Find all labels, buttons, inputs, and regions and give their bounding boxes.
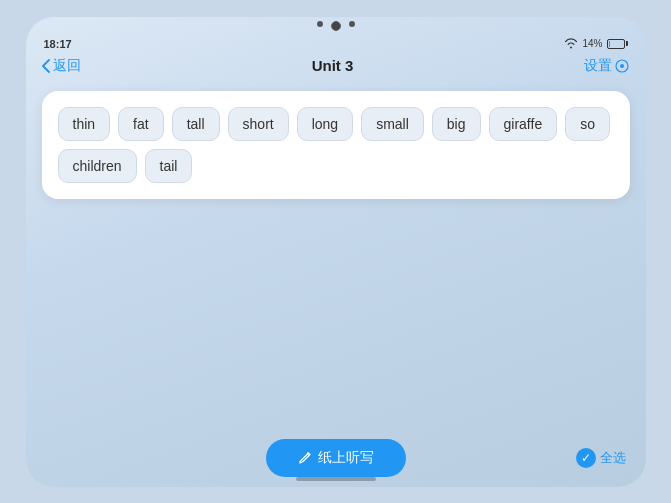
word-chip-tall[interactable]: tall (172, 107, 220, 141)
battery-icon (607, 39, 628, 49)
word-chip-children[interactable]: children (58, 149, 137, 183)
word-chip-thin[interactable]: thin (58, 107, 111, 141)
top-notch (26, 17, 646, 31)
word-chip-short[interactable]: short (228, 107, 289, 141)
wifi-icon (564, 37, 578, 51)
word-chip-tail[interactable]: tail (145, 149, 193, 183)
word-chip-long[interactable]: long (297, 107, 353, 141)
back-button[interactable]: 返回 (42, 57, 81, 75)
home-indicator (26, 477, 646, 487)
write-button[interactable]: 纸上听写 (266, 439, 406, 477)
svg-point-1 (620, 64, 624, 68)
camera-lens (331, 21, 341, 31)
camera-dot (317, 21, 323, 27)
content-area: thin fat tall short long small big giraf… (26, 83, 646, 282)
word-chip-big[interactable]: big (432, 107, 481, 141)
bottom-bar: 纸上听写 ✓ 全选 (26, 439, 646, 477)
settings-label: 设置 (584, 57, 612, 75)
word-chip-fat[interactable]: fat (118, 107, 164, 141)
write-label: 纸上听写 (318, 449, 374, 467)
select-all-button[interactable]: ✓ 全选 (576, 448, 626, 468)
camera-dot-2 (349, 21, 355, 27)
select-all-label: 全选 (600, 449, 626, 467)
nav-title: Unit 3 (312, 57, 354, 74)
word-card-container: thin fat tall short long small big giraf… (42, 91, 630, 199)
back-label: 返回 (53, 57, 81, 75)
word-chip-giraffe[interactable]: giraffe (489, 107, 558, 141)
settings-button[interactable]: 设置 (584, 57, 629, 75)
status-bar: 18:17 14% (26, 31, 646, 53)
nav-bar: 返回 Unit 3 设置 (26, 53, 646, 83)
status-time: 18:17 (44, 38, 72, 50)
home-bar (296, 477, 376, 481)
word-row-1: thin fat tall short long small big giraf… (58, 107, 614, 141)
word-chip-small[interactable]: small (361, 107, 424, 141)
select-all-check-icon: ✓ (576, 448, 596, 468)
word-row-2: children tail (58, 149, 614, 183)
status-right-icons: 14% (564, 37, 627, 51)
battery-label: 14% (582, 38, 602, 49)
word-chip-so[interactable]: so (565, 107, 610, 141)
device-frame: 18:17 14% 返回 (26, 17, 646, 487)
